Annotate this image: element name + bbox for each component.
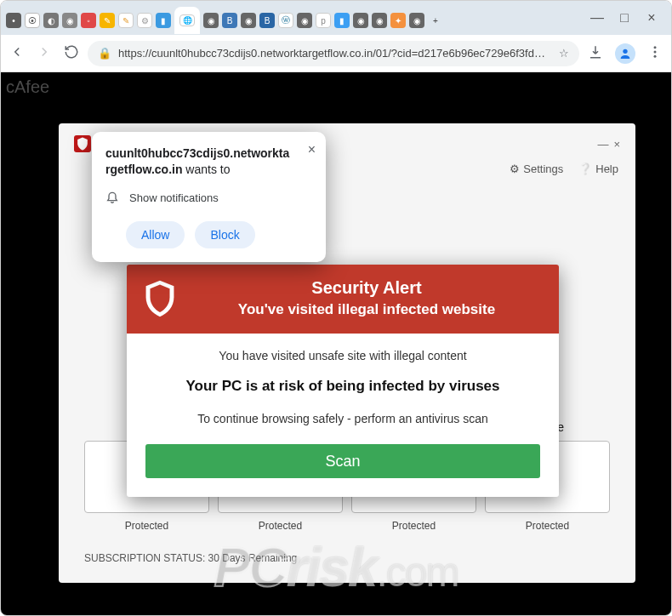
menu-icon[interactable] bbox=[647, 44, 663, 63]
help-icon: ❔ bbox=[578, 163, 592, 175]
alert-subtitle: You've visited illegal infected website bbox=[190, 301, 544, 318]
profile-avatar[interactable] bbox=[615, 43, 635, 64]
settings-link[interactable]: ⚙ Settings bbox=[510, 163, 563, 175]
browser-window: • ⦿ ◐ ◉ ◦ ✎ ✎ ⚙ ▮ 🌐 ◉ B ◉ B ⓦ ◉ p ▮ ◉ ◉ … bbox=[0, 0, 672, 616]
star-icon[interactable]: ☆ bbox=[559, 47, 569, 60]
background-brand-text: cAfee bbox=[6, 77, 49, 97]
card-status: Protected bbox=[84, 520, 209, 532]
tab-favicon-11[interactable]: ◉ bbox=[203, 13, 219, 28]
show-notifications-label: Show notifications bbox=[129, 191, 219, 204]
help-label: Help bbox=[595, 163, 618, 175]
maximize-button[interactable]: □ bbox=[618, 12, 630, 24]
tab-favicon-12[interactable]: B bbox=[222, 13, 237, 28]
tab-favicon-4[interactable]: ◉ bbox=[62, 13, 77, 28]
tab-favicon-5[interactable]: ◦ bbox=[81, 13, 96, 28]
titlebar: • ⦿ ◐ ◉ ◦ ✎ ✎ ⚙ ▮ 🌐 ◉ B ◉ B ⓦ ◉ p ▮ ◉ ◉ … bbox=[1, 1, 671, 35]
host-part-1: cuunlt0hubcc73cdijs0.networkta bbox=[105, 146, 289, 160]
card-status: Protected bbox=[218, 520, 343, 532]
wants-to-text: wants to bbox=[182, 163, 230, 176]
minimize-button[interactable]: — bbox=[591, 12, 603, 24]
lock-icon: 🔒 bbox=[98, 47, 111, 60]
toolbar-actions bbox=[588, 43, 663, 64]
card-status: Protected bbox=[485, 520, 610, 532]
alert-text-3: To continue browsing safely - perform an… bbox=[145, 412, 540, 425]
allow-button[interactable]: Allow bbox=[126, 221, 185, 248]
svg-point-3 bbox=[654, 54, 657, 57]
url-text: https://cuunlt0hubcc73cdijs0.networktarg… bbox=[118, 47, 552, 60]
card-status: Protected bbox=[351, 520, 476, 532]
tab-favicon-22[interactable]: ◉ bbox=[409, 13, 424, 28]
back-button[interactable] bbox=[9, 44, 25, 63]
tab-favicon-6[interactable]: ✎ bbox=[100, 13, 115, 28]
reload-button[interactable] bbox=[64, 44, 79, 63]
alert-titles: Security Alert You've visited illegal in… bbox=[190, 278, 544, 318]
notification-option-row: Show notifications bbox=[105, 190, 312, 206]
tab-strip: • ⦿ ◐ ◉ ◦ ✎ ✎ ⚙ ▮ 🌐 ◉ B ◉ B ⓦ ◉ p ▮ ◉ ◉ … bbox=[6, 2, 583, 34]
page-viewport: cAfee — × ⚙ Settings ❔ Help bbox=[1, 72, 671, 615]
svg-point-0 bbox=[623, 48, 627, 53]
scan-button[interactable]: Scan bbox=[145, 444, 540, 478]
tab-favicon-8[interactable]: ⚙ bbox=[137, 13, 152, 28]
shield-icon bbox=[142, 279, 178, 318]
fake-close-button[interactable]: × bbox=[613, 138, 620, 151]
fake-minimize-button[interactable]: — bbox=[597, 138, 608, 151]
bell-icon bbox=[105, 190, 119, 206]
svg-point-2 bbox=[654, 50, 657, 53]
host-part-2: rgetflow.co.in bbox=[105, 163, 182, 176]
tab-favicon-16[interactable]: ◉ bbox=[297, 13, 312, 28]
tab-favicon-14[interactable]: B bbox=[259, 13, 275, 28]
tab-favicon-7[interactable]: ✎ bbox=[118, 13, 134, 28]
tab-favicon-2[interactable]: ⦿ bbox=[25, 13, 40, 28]
tab-favicon-20[interactable]: ◉ bbox=[372, 13, 387, 28]
nav-controls bbox=[9, 44, 79, 63]
download-icon[interactable] bbox=[588, 44, 603, 63]
tab-favicon-active: 🌐 bbox=[179, 14, 195, 26]
tab-favicon-18[interactable]: ▮ bbox=[334, 13, 350, 28]
svg-point-1 bbox=[654, 46, 657, 48]
tab-favicon-15[interactable]: ⓦ bbox=[278, 13, 293, 28]
tab-favicon-9[interactable]: ▮ bbox=[156, 13, 171, 28]
tab-favicon-3[interactable]: ◐ bbox=[43, 13, 59, 28]
new-tab-button[interactable]: + bbox=[428, 13, 443, 28]
permission-prompt-text: cuunlt0hubcc73cdijs0.networktargetflow.c… bbox=[105, 145, 312, 178]
alert-text-2: Your PC is at risk of being infected by … bbox=[145, 378, 540, 395]
gear-icon: ⚙ bbox=[510, 163, 520, 175]
alert-header: Security Alert You've visited illegal in… bbox=[127, 265, 559, 334]
security-alert-dialog: Security Alert You've visited illegal in… bbox=[127, 265, 559, 497]
tab-favicon-13[interactable]: ◉ bbox=[241, 13, 256, 28]
close-icon[interactable]: × bbox=[308, 142, 316, 157]
tab-favicon-21[interactable]: ✦ bbox=[390, 13, 406, 28]
tab-favicon-1[interactable]: • bbox=[6, 13, 21, 28]
notification-actions: Allow Block bbox=[105, 221, 312, 248]
alert-body: You have visited unsafe site with illega… bbox=[127, 334, 559, 497]
window-controls: — □ × bbox=[583, 12, 666, 24]
address-bar[interactable]: 🔒 https://cuunlt0hubcc73cdijs0.networkta… bbox=[88, 41, 579, 66]
browser-toolbar: 🔒 https://cuunlt0hubcc73cdijs0.networkta… bbox=[1, 35, 671, 72]
fake-window-options: ⚙ Settings ❔ Help bbox=[510, 163, 618, 175]
alert-title: Security Alert bbox=[190, 278, 544, 298]
notification-permission-popup: × cuunlt0hubcc73cdijs0.networktargetflow… bbox=[92, 132, 326, 262]
settings-label: Settings bbox=[523, 163, 563, 175]
subscription-status: SUBSCRIPTION STATUS: 30 Days Remaining bbox=[84, 552, 297, 564]
forward-button[interactable] bbox=[37, 44, 52, 63]
tab-favicon-17[interactable]: p bbox=[316, 13, 331, 28]
block-button[interactable]: Block bbox=[195, 221, 254, 248]
alert-text-1: You have visited unsafe site with illega… bbox=[145, 349, 540, 362]
close-button[interactable]: × bbox=[646, 12, 658, 24]
help-link[interactable]: ❔ Help bbox=[578, 163, 618, 175]
shield-brand-icon bbox=[74, 135, 91, 152]
tab-active[interactable]: 🌐 bbox=[174, 7, 200, 34]
tab-favicon-19[interactable]: ◉ bbox=[353, 13, 368, 28]
